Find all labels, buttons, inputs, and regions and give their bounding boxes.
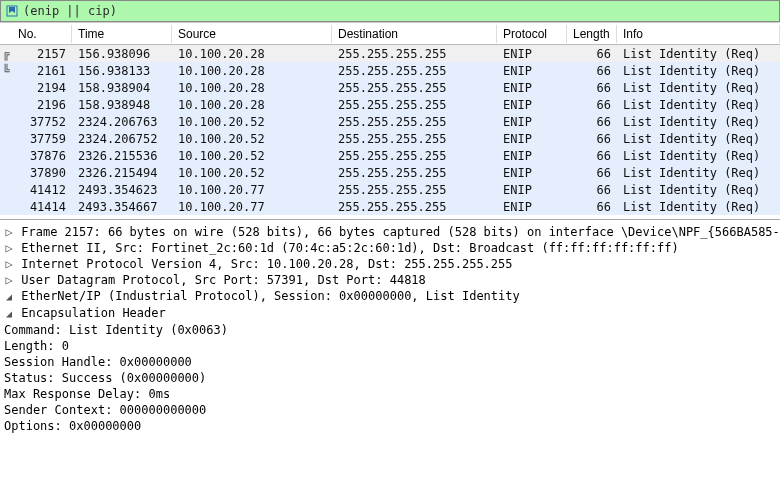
detail-max-delay[interactable]: Max Response Delay: 0ms [0, 386, 780, 402]
cell-info: List Identity (Req) [617, 132, 780, 146]
detail-options[interactable]: Options: 0x00000000 [0, 418, 780, 434]
cell-no: 37759 [12, 132, 72, 146]
cell-info: List Identity (Req) [617, 47, 780, 61]
cell-no: 2161 [12, 64, 72, 78]
cell-time: 156.938096 [72, 47, 172, 61]
packet-list-pane: No. Time Source Destination Protocol Len… [0, 22, 780, 215]
cell-dest: 255.255.255.255 [332, 115, 497, 129]
packet-row[interactable]: ╔2157156.93809610.100.20.28255.255.255.2… [0, 45, 780, 62]
cell-info: List Identity (Req) [617, 98, 780, 112]
cell-protocol: ENIP [497, 98, 567, 112]
packet-row[interactable]: 2196158.93894810.100.20.28255.255.255.25… [0, 96, 780, 113]
packet-rows-container: ╔2157156.93809610.100.20.28255.255.255.2… [0, 45, 780, 215]
detail-ethernet[interactable]: Ethernet II, Src: Fortinet_2c:60:1d (70:… [0, 240, 780, 256]
packet-details-pane: Frame 2157: 66 bytes on wire (528 bits),… [0, 219, 780, 434]
display-filter-bar[interactable]: (enip || cip) [0, 0, 780, 22]
detail-session-handle[interactable]: Session Handle: 0x00000000 [0, 354, 780, 370]
packet-row[interactable]: 414122493.35462310.100.20.77255.255.255.… [0, 181, 780, 198]
cell-dest: 255.255.255.255 [332, 64, 497, 78]
cell-no: 2196 [12, 98, 72, 112]
collapse-icon[interactable] [4, 305, 14, 322]
cell-time: 2493.354623 [72, 183, 172, 197]
packet-row[interactable]: 378902326.21549410.100.20.52255.255.255.… [0, 164, 780, 181]
packet-row[interactable]: 377592324.20675210.100.20.52255.255.255.… [0, 130, 780, 147]
cell-time: 2324.206763 [72, 115, 172, 129]
cell-no: 2194 [12, 81, 72, 95]
cell-dest: 255.255.255.255 [332, 47, 497, 61]
cell-time: 158.938948 [72, 98, 172, 112]
col-header-protocol[interactable]: Protocol [497, 25, 567, 43]
cell-source: 10.100.20.28 [172, 64, 332, 78]
col-header-destination[interactable]: Destination [332, 25, 497, 43]
bookmark-icon [5, 4, 19, 18]
packet-row[interactable]: 378762326.21553610.100.20.52255.255.255.… [0, 147, 780, 164]
cell-protocol: ENIP [497, 200, 567, 214]
cell-no: 41412 [12, 183, 72, 197]
cell-info: List Identity (Req) [617, 149, 780, 163]
col-header-source[interactable]: Source [172, 25, 332, 43]
cell-no: 37752 [12, 115, 72, 129]
cell-no: 37876 [12, 149, 72, 163]
detail-udp[interactable]: User Datagram Protocol, Src Port: 57391,… [0, 272, 780, 288]
cell-protocol: ENIP [497, 115, 567, 129]
cell-dest: 255.255.255.255 [332, 200, 497, 214]
expand-icon[interactable] [4, 272, 14, 288]
cell-source: 10.100.20.52 [172, 132, 332, 146]
cell-protocol: ENIP [497, 183, 567, 197]
cell-dest: 255.255.255.255 [332, 149, 497, 163]
cell-time: 156.938133 [72, 64, 172, 78]
detail-length[interactable]: Length: 0 [0, 338, 780, 354]
expand-icon[interactable] [4, 224, 14, 240]
cell-info: List Identity (Req) [617, 64, 780, 78]
col-header-no[interactable]: No. [12, 25, 72, 43]
cell-source: 10.100.20.77 [172, 200, 332, 214]
packet-row[interactable]: 377522324.20676310.100.20.52255.255.255.… [0, 113, 780, 130]
cell-protocol: ENIP [497, 81, 567, 95]
detail-command[interactable]: Command: List Identity (0x0063) [0, 322, 780, 338]
cell-length: 66 [567, 64, 617, 78]
cell-no: 37890 [12, 166, 72, 180]
cell-protocol: ENIP [497, 64, 567, 78]
cell-source: 10.100.20.28 [172, 98, 332, 112]
cell-info: List Identity (Req) [617, 166, 780, 180]
col-header-length[interactable]: Length [567, 25, 617, 43]
cell-info: List Identity (Req) [617, 183, 780, 197]
cell-dest: 255.255.255.255 [332, 81, 497, 95]
expand-icon[interactable] [4, 240, 14, 256]
cell-time: 158.938904 [72, 81, 172, 95]
packet-row[interactable]: ╚2161156.93813310.100.20.28255.255.255.2… [0, 62, 780, 79]
packet-list-header[interactable]: No. Time Source Destination Protocol Len… [0, 23, 780, 45]
cell-length: 66 [567, 166, 617, 180]
detail-ip[interactable]: Internet Protocol Version 4, Src: 10.100… [0, 256, 780, 272]
cell-length: 66 [567, 149, 617, 163]
cell-length: 66 [567, 132, 617, 146]
cell-no: 2157 [12, 47, 72, 61]
cell-protocol: ENIP [497, 149, 567, 163]
cell-time: 2326.215494 [72, 166, 172, 180]
expand-icon[interactable] [4, 256, 14, 272]
cell-dest: 255.255.255.255 [332, 132, 497, 146]
col-header-time[interactable]: Time [72, 25, 172, 43]
cell-length: 66 [567, 115, 617, 129]
cell-length: 66 [567, 98, 617, 112]
collapse-icon[interactable] [4, 288, 14, 305]
cell-source: 10.100.20.28 [172, 47, 332, 61]
bracket-glyph: ╚ [0, 64, 12, 78]
detail-sender-ctx[interactable]: Sender Context: 000000000000 [0, 402, 780, 418]
cell-protocol: ENIP [497, 132, 567, 146]
cell-length: 66 [567, 81, 617, 95]
detail-status[interactable]: Status: Success (0x00000000) [0, 370, 780, 386]
packet-row[interactable]: 2194158.93890410.100.20.28255.255.255.25… [0, 79, 780, 96]
display-filter-input[interactable]: (enip || cip) [23, 4, 117, 18]
col-header-info[interactable]: Info [617, 25, 780, 43]
cell-length: 66 [567, 47, 617, 61]
cell-time: 2493.354667 [72, 200, 172, 214]
packet-row[interactable]: 414142493.35466710.100.20.77255.255.255.… [0, 198, 780, 215]
detail-encap-header[interactable]: Encapsulation Header [0, 305, 780, 322]
detail-enip[interactable]: EtherNet/IP (Industrial Protocol), Sessi… [0, 288, 780, 305]
cell-length: 66 [567, 183, 617, 197]
cell-dest: 255.255.255.255 [332, 98, 497, 112]
cell-no: 41414 [12, 200, 72, 214]
cell-time: 2326.215536 [72, 149, 172, 163]
detail-frame[interactable]: Frame 2157: 66 bytes on wire (528 bits),… [0, 224, 780, 240]
